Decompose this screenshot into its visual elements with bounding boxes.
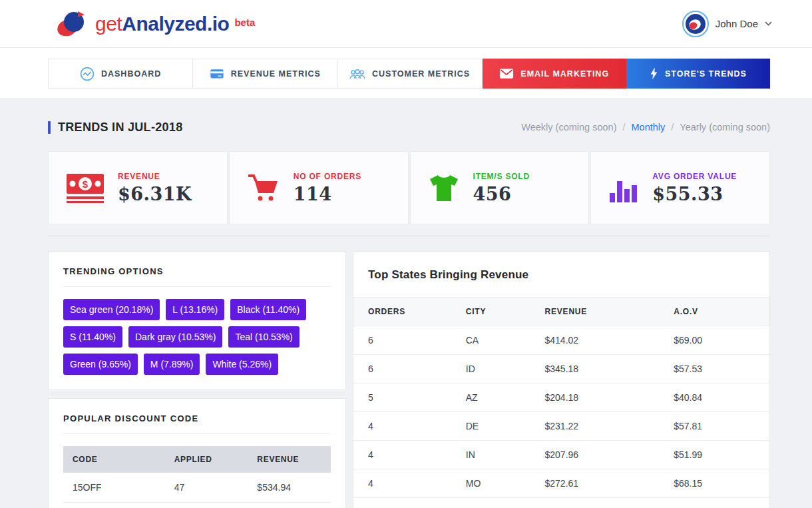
main-nav: DASHBOARD REVENUE METRICS CUSTOMER METRI… — [0, 48, 812, 99]
discount-table: CODE APPLIED REVENUE 15OFF 47 $534.94 — [63, 446, 331, 503]
cell-city: ID — [466, 355, 545, 383]
cell-orders: 4 — [353, 412, 466, 441]
cell-orders: 5 — [353, 383, 466, 412]
states-row: 4 MO $272.61 $68.15 — [353, 469, 769, 498]
stat-label: AVG ORDER VALUE — [652, 172, 737, 181]
cell-revenue: $414.02 — [545, 326, 674, 355]
period-separator: / — [671, 122, 674, 132]
discount-code-panel: POPULAR DISCOUNT CODE CODE APPLIED REVEN… — [48, 398, 346, 508]
tab-label: CUSTOMER METRICS — [372, 69, 470, 79]
beta-badge: beta — [234, 17, 255, 28]
states-row: 5 AZ $204.18 $40.84 — [353, 383, 769, 412]
tab-dashboard[interactable]: DASHBOARD — [48, 59, 193, 89]
app-header: getAnalyzed.iobeta John Doe — [0, 0, 812, 48]
cell-city: IN — [466, 441, 545, 469]
col-city: CITY — [466, 298, 545, 326]
trending-tag[interactable]: Green (9.65%) — [63, 354, 138, 375]
col-revenue: REVENUE — [248, 446, 331, 473]
states-row: 4 IN $207.96 $51.99 — [353, 441, 769, 469]
cell-revenue: $207.96 — [545, 441, 674, 469]
cell-applied: 47 — [165, 473, 248, 503]
section-divider — [48, 236, 770, 236]
cell-city: CA — [466, 326, 545, 355]
tab-label: DASHBOARD — [101, 69, 161, 79]
stat-label: ITEM/S SOLD — [473, 172, 530, 181]
tab-stores-trends[interactable]: STORE'S TRENDS — [626, 59, 770, 89]
states-row: 6 ID $345.18 $57.53 — [353, 355, 769, 383]
trending-tag[interactable]: L (13.16%) — [166, 299, 224, 320]
cell-revenue: $272.61 — [545, 469, 674, 498]
chevron-down-icon — [765, 21, 772, 26]
period-monthly[interactable]: Monthly — [632, 122, 666, 132]
col-applied: APPLIED — [165, 446, 248, 473]
shopping-cart-icon — [247, 172, 280, 203]
cell-orders: 4 — [353, 469, 466, 498]
states-row: 6 CA $414.02 $69.00 — [353, 326, 769, 355]
cell-city: MO — [466, 469, 545, 498]
top-states-panel: Top States Bringing Revenue ORDERS CITY … — [353, 251, 770, 508]
top-states-table: ORDERS CITY REVENUE A.O.V 6 CA $414.02 $… — [353, 297, 769, 508]
tshirt-icon — [428, 172, 460, 203]
tab-email-marketing[interactable]: EMAIL MARKETING — [483, 59, 626, 89]
user-menu[interactable]: John Doe — [682, 11, 772, 37]
cell-aov: $57.81 — [674, 412, 769, 441]
cell-aov: $58.48 — [674, 498, 769, 508]
period-switcher: Weekly (coming soon) / Monthly / Yearly … — [521, 122, 770, 132]
tab-label: EMAIL MARKETING — [520, 69, 609, 79]
lightning-bolt-icon — [650, 67, 658, 81]
dashboard-icon — [80, 67, 95, 81]
trending-tags: Sea green (20.18%)L (13.16%)Black (11.40… — [63, 299, 331, 375]
stat-card-orders: NO OF ORDERS 114 — [229, 151, 409, 224]
trending-tag[interactable]: Dark gray (10.53%) — [128, 326, 222, 348]
cell-city: DE — [466, 412, 545, 441]
title-accent-bar — [48, 121, 51, 134]
credit-card-icon — [210, 67, 224, 81]
cell-revenue: $204.18 — [545, 383, 674, 412]
cell-orders: 4 — [353, 498, 466, 508]
stat-value: $6.31K — [118, 184, 192, 204]
tab-revenue-metrics[interactable]: REVENUE METRICS — [193, 59, 337, 89]
cell-orders: 4 — [353, 441, 466, 469]
cell-revenue: $231.93 — [545, 498, 674, 508]
logo-bird-icon — [56, 9, 87, 39]
cell-city: AZ — [466, 383, 545, 412]
stat-card-aov: AVG ORDER VALUE $55.33 — [590, 151, 770, 224]
envelope-icon — [499, 68, 514, 79]
discount-header-row: CODE APPLIED REVENUE — [63, 446, 331, 473]
stat-card-items-sold: ITEM/S SOLD 456 — [410, 151, 590, 224]
logo-text-name: Analyzed.io — [122, 13, 229, 35]
cell-orders: 6 — [353, 326, 466, 355]
trending-tag[interactable]: S (11.40%) — [63, 326, 122, 348]
tab-label: REVENUE METRICS — [231, 69, 321, 79]
page-title: TRENDS IN JUL-2018 — [58, 121, 182, 134]
cell-aov: $69.00 — [674, 326, 769, 355]
page-content: TRENDS IN JUL-2018 Weekly (coming soon) … — [0, 117, 812, 508]
states-header-row: ORDERS CITY REVENUE A.O.V — [353, 298, 769, 326]
trending-tag[interactable]: Sea green (20.18%) — [63, 299, 160, 320]
trending-tag[interactable]: M (7.89%) — [144, 354, 200, 375]
trending-tag[interactable]: Teal (10.53%) — [228, 326, 299, 348]
states-row: 4 DE $231.22 $57.81 — [353, 412, 769, 441]
trending-tag[interactable]: Black (11.40%) — [230, 299, 306, 320]
brand-logo[interactable]: getAnalyzed.iobeta — [56, 9, 255, 39]
tab-label: STORE'S TRENDS — [665, 69, 747, 79]
cell-aov: $68.15 — [674, 469, 769, 498]
stat-label: NO OF ORDERS — [294, 172, 361, 181]
stats-row: $ REVENUE $6.31K NO OF ORDERS 114 — [48, 151, 770, 224]
col-revenue: REVENUE — [545, 298, 674, 326]
trending-options-title: TRENDING OPTIONS — [63, 266, 331, 276]
stat-value: $55.33 — [652, 184, 737, 204]
panel-divider — [63, 433, 331, 434]
discount-code-title: POPULAR DISCOUNT CODE — [63, 413, 331, 423]
col-orders: ORDERS — [353, 298, 466, 326]
period-yearly[interactable]: Yearly (coming soon) — [680, 122, 770, 132]
trending-tag[interactable]: White (5.26%) — [206, 354, 278, 375]
cell-revenue: $534.94 — [248, 473, 331, 503]
cell-revenue: $231.22 — [545, 412, 674, 441]
tab-customer-metrics[interactable]: CUSTOMER METRICS — [337, 59, 482, 89]
money-bill-icon: $ — [66, 172, 104, 203]
dollar-glyph: $ — [83, 178, 89, 190]
users-icon — [349, 67, 365, 81]
panel-divider — [63, 286, 331, 287]
period-weekly[interactable]: Weekly (coming soon) — [521, 122, 616, 132]
